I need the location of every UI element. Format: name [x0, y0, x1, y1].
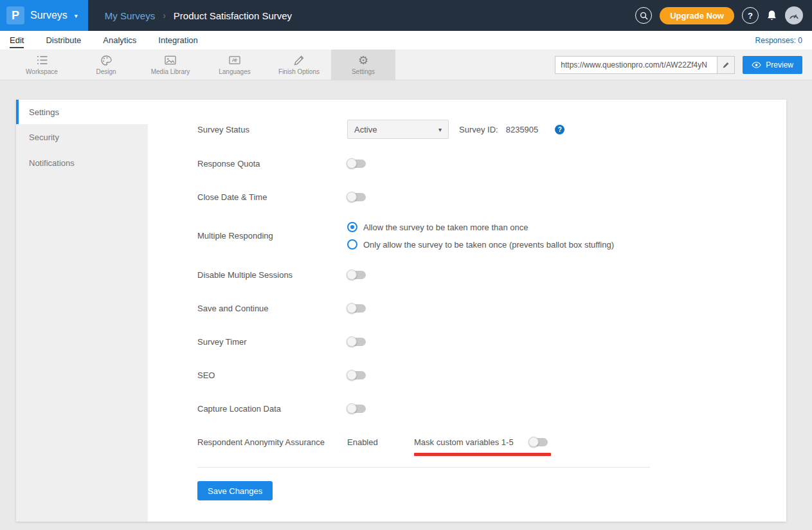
- search-button[interactable]: [635, 7, 652, 24]
- toolbar-item-languages[interactable]: A Languages: [203, 50, 267, 80]
- bell-icon: [766, 10, 777, 21]
- breadcrumb-my-surveys[interactable]: My Surveys: [105, 10, 155, 21]
- capture-location-data-label: Capture Location Data: [197, 404, 347, 414]
- survey-timer-label: Survey Timer: [197, 337, 347, 347]
- svg-text:A: A: [232, 57, 236, 63]
- sidebar-item-security[interactable]: Security: [16, 124, 148, 150]
- eye-icon: [752, 61, 761, 69]
- product-menu-label: Surveys: [30, 10, 68, 21]
- toolbar-item-design[interactable]: Design: [74, 50, 138, 80]
- seo-toggle[interactable]: [347, 371, 366, 379]
- radio-label: Allow the survey to be taken more than o…: [363, 223, 528, 232]
- toolbar-item-workspace[interactable]: Workspace: [10, 50, 74, 80]
- pencil-brush-icon: [293, 55, 305, 66]
- pencil-icon: [722, 61, 730, 69]
- settings-card: Settings Security Notifications Survey S…: [16, 100, 786, 522]
- product-menu[interactable]: P Surveys ▾: [0, 0, 88, 31]
- radio-option-once-only[interactable]: Only allow the survey to be taken once (…: [347, 239, 614, 250]
- survey-status-label: Survey Status: [197, 125, 347, 134]
- help-button[interactable]: ?: [742, 7, 759, 24]
- survey-nav: Edit Distribute Analytics Integration Re…: [0, 31, 812, 50]
- row-respondent-anonymity: Respondent Anonymity Assurance Enabled M…: [197, 434, 786, 451]
- toolbar-item-settings[interactable]: ⚙ Settings: [331, 50, 395, 80]
- toggle-knob: [347, 192, 357, 202]
- toolbar-right: Preview: [555, 50, 812, 80]
- tab-analytics[interactable]: Analytics: [103, 32, 136, 48]
- tab-distribute[interactable]: Distribute: [46, 32, 81, 48]
- preview-label: Preview: [766, 60, 793, 69]
- row-save-and-continue: Save and Continue: [197, 300, 786, 317]
- capture-location-data-toggle[interactable]: [347, 405, 366, 413]
- radio-button-checked[interactable]: [347, 222, 357, 232]
- header-actions: Upgrade Now ?: [635, 6, 812, 24]
- settings-sidebar: Settings Security Notifications: [16, 100, 148, 522]
- row-seo: SEO: [197, 367, 786, 384]
- respondent-anonymity-label: Respondent Anonymity Assurance: [197, 437, 347, 447]
- main-content: Settings Security Notifications Survey S…: [0, 80, 812, 522]
- save-and-continue-label: Save and Continue: [197, 304, 347, 313]
- chevron-down-icon: ▾: [75, 12, 78, 19]
- breadcrumb: My Surveys › Product Satisfaction Survey: [105, 10, 292, 21]
- toolbar-item-media-library[interactable]: Media Library: [138, 50, 203, 80]
- sidebar-item-label: Security: [29, 132, 59, 142]
- toggle-knob: [347, 270, 357, 280]
- responses-count[interactable]: Responses: 0: [755, 36, 802, 45]
- sidebar-item-notifications[interactable]: Notifications: [16, 150, 148, 176]
- survey-url-input[interactable]: [555, 60, 717, 69]
- survey-status-value: Active: [354, 125, 377, 134]
- breadcrumb-separator: ›: [163, 10, 166, 21]
- gear-icon: ⚙: [358, 55, 368, 66]
- survey-id-label: Survey ID:: [459, 125, 498, 134]
- response-quota-label: Response Quota: [197, 159, 347, 169]
- radio-button-unchecked[interactable]: [347, 239, 357, 250]
- close-date-time-label: Close Date & Time: [197, 192, 347, 202]
- close-date-time-toggle[interactable]: [347, 193, 366, 201]
- languages-icon: A: [228, 55, 241, 66]
- breadcrumb-current-survey: Product Satisfaction Survey: [174, 10, 292, 21]
- upgrade-now-button[interactable]: Upgrade Now: [660, 7, 734, 24]
- row-close-date-time: Close Date & Time: [197, 188, 786, 206]
- toolbar-label: Settings: [352, 68, 375, 75]
- questionpro-logo: P: [6, 6, 24, 24]
- toolbar-label: Media Library: [151, 68, 190, 75]
- radio-label: Only allow the survey to be taken once (…: [363, 240, 614, 250]
- mask-custom-variables-label: Mask custom variables 1-5: [414, 437, 514, 447]
- notifications-button[interactable]: [766, 10, 777, 21]
- section-divider: [197, 467, 650, 468]
- nav-tabs: Edit Distribute Analytics Integration: [10, 32, 198, 48]
- row-survey-timer: Survey Timer: [197, 333, 786, 351]
- tab-edit[interactable]: Edit: [10, 32, 24, 48]
- seo-label: SEO: [197, 370, 347, 380]
- disable-multiple-sessions-toggle[interactable]: [347, 271, 366, 279]
- survey-status-select[interactable]: Active ▾: [347, 120, 449, 139]
- question-mark-icon: ?: [748, 11, 753, 21]
- mask-custom-variables-toggle[interactable]: [529, 438, 548, 446]
- palette-icon: [100, 55, 112, 66]
- toolbar-label: Finish Options: [278, 68, 320, 75]
- preview-button[interactable]: Preview: [743, 56, 802, 74]
- row-capture-location-data: Capture Location Data: [197, 400, 786, 417]
- survey-timer-toggle[interactable]: [347, 338, 366, 346]
- save-changes-button[interactable]: Save Changes: [197, 481, 273, 500]
- toggle-knob: [347, 403, 357, 414]
- toolbar-label: Workspace: [26, 68, 58, 75]
- save-and-continue-toggle[interactable]: [347, 304, 366, 313]
- mask-custom-variables-group: Mask custom variables 1-5: [414, 437, 548, 447]
- top-header: P Surveys ▾ My Surveys › Product Satisfa…: [0, 0, 812, 31]
- toolbar-item-finish-options[interactable]: Finish Options: [267, 50, 331, 80]
- anonymity-status-enabled: Enabled: [347, 437, 414, 447]
- toggle-knob: [347, 158, 357, 169]
- sidebar-item-label: Notifications: [29, 158, 75, 168]
- edit-url-button[interactable]: [717, 57, 734, 73]
- radio-option-multiple-allowed[interactable]: Allow the survey to be taken more than o…: [347, 222, 614, 232]
- account-avatar[interactable]: [785, 6, 803, 24]
- multiple-responding-label: Multiple Responding: [197, 231, 347, 241]
- account-gauge-icon: [789, 12, 799, 19]
- response-quota-toggle[interactable]: [347, 160, 366, 168]
- toggle-knob: [347, 303, 357, 313]
- search-icon: [640, 12, 648, 20]
- row-survey-status: Survey Status Active ▾ Survey ID: 823590…: [197, 120, 786, 139]
- tab-integration[interactable]: Integration: [158, 32, 197, 48]
- survey-id-help-icon[interactable]: ?: [555, 125, 564, 134]
- sidebar-item-settings[interactable]: Settings: [16, 100, 148, 124]
